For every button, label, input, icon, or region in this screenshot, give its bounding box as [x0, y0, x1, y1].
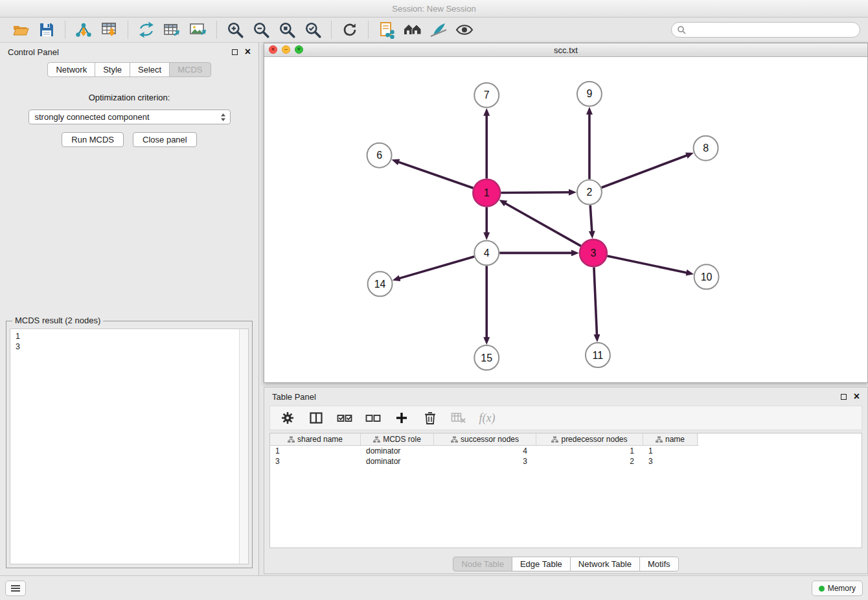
zoom-in-button[interactable] [222, 19, 248, 41]
graph-node-14[interactable]: 14 [368, 271, 393, 296]
criterion-dropdown[interactable]: strongly connected component [29, 110, 231, 124]
maximize-window-icon[interactable]: + [295, 45, 303, 54]
table-cell[interactable]: dominator [361, 446, 434, 456]
zoom-out-button[interactable] [248, 19, 274, 41]
graph-node-6[interactable]: 6 [367, 143, 392, 168]
tab-select[interactable]: Select [130, 62, 170, 77]
graph-node-9[interactable]: 9 [577, 82, 602, 106]
open-session-button[interactable] [8, 19, 34, 41]
checked-boxes-icon [337, 411, 352, 424]
style-brush-button[interactable] [426, 19, 451, 41]
graph-node-4[interactable]: 4 [474, 240, 499, 265]
table-settings-button[interactable] [277, 408, 299, 428]
column-header-successor-nodes[interactable]: successor nodes [434, 433, 536, 445]
node-table[interactable]: shared nameMCDS rolesuccessor nodesprede… [269, 433, 862, 548]
import-network-button[interactable] [71, 19, 97, 41]
tab-motifs[interactable]: Motifs [639, 557, 679, 571]
houses-icon [402, 21, 423, 38]
graph-edge-3-11[interactable] [594, 267, 597, 335]
sort-icon [551, 436, 558, 443]
column-header-name[interactable]: name [643, 433, 698, 445]
add-column-button[interactable] [391, 408, 413, 428]
home-view-button[interactable] [400, 19, 426, 41]
close-panel-icon[interactable]: × [854, 391, 860, 402]
table-row[interactable]: 1dominator411 [270, 446, 698, 456]
network-window-titlebar[interactable]: × – + scc.txt [264, 43, 867, 57]
graph-node-15[interactable]: 15 [474, 345, 499, 370]
table-row[interactable]: 3dominator323 [270, 456, 698, 467]
graph-node-1[interactable]: 1 [473, 179, 500, 207]
graph-edge-2-3[interactable] [590, 205, 592, 232]
zoom-selected-button[interactable] [300, 19, 326, 41]
tab-style[interactable]: Style [95, 62, 130, 77]
tab-mcds[interactable]: MCDS [169, 62, 211, 77]
graph-edge-1-2[interactable] [501, 192, 569, 193]
column-header-predecessor-nodes[interactable]: predecessor nodes [536, 433, 643, 445]
graph-edge-3-10[interactable] [607, 256, 687, 273]
search-input[interactable] [689, 25, 854, 35]
table-panel-header: Table Panel × [264, 387, 867, 406]
export-table-button[interactable] [159, 19, 185, 41]
table-cell[interactable]: 1 [270, 446, 361, 456]
graph-node-10[interactable]: 10 [694, 264, 719, 289]
network-canvas[interactable]: 7968124314101511 [264, 58, 867, 382]
graph-node-11[interactable]: 11 [586, 343, 610, 367]
show-columns-button[interactable] [305, 408, 327, 428]
close-panel-button[interactable]: Close panel [133, 132, 197, 147]
function-builder-button[interactable]: f(x) [476, 408, 498, 428]
result-line[interactable]: 3 [16, 341, 243, 352]
graph-edge-2-8[interactable] [602, 156, 687, 188]
export-image-button[interactable] [185, 19, 211, 41]
float-panel-icon[interactable] [841, 394, 847, 400]
save-session-button[interactable] [34, 19, 60, 41]
close-window-icon[interactable]: × [269, 45, 277, 54]
show-hide-button[interactable] [451, 19, 477, 41]
svg-text:7: 7 [484, 89, 490, 100]
network-graph[interactable]: 7968124314101511 [264, 58, 867, 382]
table-cell[interactable]: 3 [270, 456, 361, 467]
table-cell[interactable]: 2 [536, 456, 643, 467]
tab-edge-table[interactable]: Edge Table [512, 557, 571, 571]
float-panel-icon[interactable] [232, 49, 238, 55]
export-table-icon [163, 20, 182, 40]
deselect-all-button[interactable] [362, 408, 384, 428]
tab-network-table[interactable]: Network Table [570, 557, 640, 571]
run-mcds-button[interactable]: Run MCDS [62, 132, 124, 147]
memory-button[interactable]: Memory [812, 581, 863, 596]
graph-edge-1-6[interactable] [398, 162, 474, 188]
graph-node-2[interactable]: 2 [577, 180, 602, 205]
graph-edge-4-14[interactable] [399, 257, 474, 279]
graph-node-8[interactable]: 8 [694, 136, 718, 161]
graph-node-7[interactable]: 7 [474, 83, 499, 108]
graph-edge-3-1[interactable] [505, 203, 581, 246]
result-scrollbar[interactable] [239, 329, 248, 564]
graph-node-3[interactable]: 3 [580, 239, 607, 266]
column-header-shared-name[interactable]: shared name [270, 433, 361, 445]
minimize-window-icon[interactable]: – [282, 45, 290, 54]
tab-network[interactable]: Network [47, 62, 95, 77]
table-cell[interactable]: 4 [434, 446, 536, 456]
column-header-mcds-role[interactable]: MCDS role [361, 433, 434, 445]
tab-node-table[interactable]: Node Table [453, 557, 512, 571]
delete-column-button[interactable] [419, 408, 441, 428]
sort-icon [288, 436, 295, 443]
table-cell[interactable]: 3 [434, 456, 536, 467]
task-history-button[interactable] [5, 581, 26, 596]
table-cell[interactable]: 3 [643, 456, 698, 467]
import-table-button[interactable] [97, 19, 122, 41]
svg-text:4: 4 [484, 248, 490, 259]
table-cell[interactable]: 1 [536, 446, 643, 456]
result-line[interactable]: 1 [16, 331, 243, 341]
delete-table-button[interactable] [448, 408, 470, 428]
table-cell[interactable]: dominator [361, 456, 434, 467]
select-all-button[interactable] [334, 408, 356, 428]
table-cell[interactable]: 1 [643, 446, 698, 456]
network-tools-button[interactable] [133, 19, 159, 41]
zoom-fit-button[interactable] [274, 19, 300, 41]
search-box[interactable] [671, 22, 860, 38]
mcds-result-area[interactable]: 1 3 [10, 329, 249, 564]
memory-status-icon [819, 586, 825, 592]
clone-network-button[interactable] [374, 19, 400, 41]
close-panel-icon[interactable]: × [245, 47, 251, 57]
refresh-layout-button[interactable] [337, 19, 363, 41]
